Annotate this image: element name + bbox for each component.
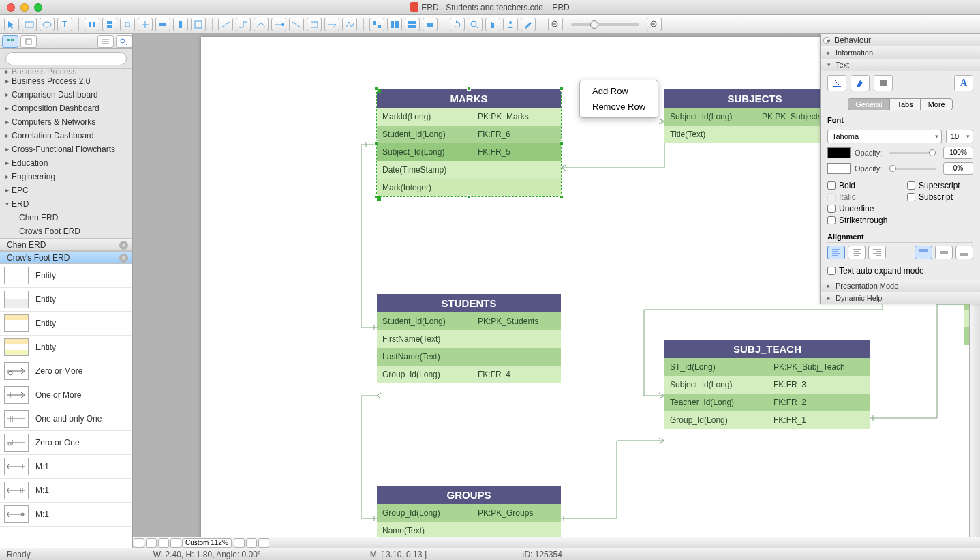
valign-bot-button[interactable]	[955, 246, 973, 259]
connector-tool-3[interactable]	[307, 18, 322, 31]
align-left-button[interactable]	[827, 246, 845, 259]
rect-tool[interactable]	[22, 18, 37, 31]
menu-remove-row[interactable]: Remove Row	[580, 99, 658, 115]
table-row[interactable]: LastName(Text)	[377, 348, 561, 366]
person-tool[interactable]	[503, 18, 518, 31]
table-row[interactable]: Group_Id(Long)FK:FR_4	[377, 366, 561, 383]
section-chen-erd[interactable]: Chen ERD×	[0, 238, 132, 251]
scroll-last-button[interactable]	[170, 538, 181, 548]
scroll-first-button[interactable]	[134, 538, 144, 548]
opacity-value-1[interactable]: 100%	[943, 147, 973, 159]
connector-tool-2[interactable]	[289, 18, 304, 31]
stencil-item[interactable]: Entity	[0, 336, 132, 359]
table-row[interactable]: FirstName(Text)	[377, 330, 561, 348]
table-subjects[interactable]: SUBJECTS Subject_Id(Long)PK:PK_Subjects …	[664, 89, 845, 143]
zoom-out-button[interactable]	[548, 18, 563, 31]
stencil-item[interactable]: Entity	[0, 312, 132, 336]
arrange-tool-2[interactable]	[387, 18, 402, 31]
table-marks[interactable]: MARKS MarkId(Long)PK:PK_Marks Student_Id…	[377, 89, 561, 196]
search-input[interactable]	[5, 52, 127, 65]
category-item[interactable]: Comparison Dashboard	[0, 88, 132, 102]
superscript-checkbox[interactable]: Superscript	[907, 181, 973, 190]
font-color-tool[interactable]: A	[954, 75, 973, 91]
align-center-button[interactable]	[848, 246, 866, 259]
close-icon[interactable]: ×	[119, 254, 128, 263]
pointer-tool[interactable]	[4, 18, 19, 31]
align-tool-3[interactable]	[120, 18, 135, 31]
inspector-presentation-mode[interactable]: Presentation Mode	[821, 280, 980, 292]
section-crows-foot[interactable]: Crow's Foot ERD×	[0, 251, 132, 264]
zoom-label[interactable]: Custom 112%	[182, 538, 232, 548]
opacity-slider-1[interactable]	[889, 152, 936, 154]
tab-more[interactable]: More	[921, 98, 953, 110]
opacity-value-2[interactable]: 0%	[943, 162, 973, 175]
line-tool-1[interactable]	[218, 18, 233, 31]
stencil-item[interactable]: One and only One	[0, 407, 132, 431]
font-family-select[interactable]: Tahoma	[827, 130, 942, 143]
table-row[interactable]: Subject_Id(Long)PK:PK_Subjects	[664, 108, 845, 126]
category-item[interactable]: Correlation Dashboard	[0, 129, 132, 143]
valign-mid-button[interactable]	[935, 246, 953, 259]
strike-checkbox[interactable]: Strikethrough	[827, 216, 893, 225]
italic-checkbox[interactable]: Italic	[827, 192, 893, 202]
rotate-tool[interactable]	[450, 18, 465, 31]
table-row[interactable]: ST_Id(Long)PK:PK_Subj_Teach	[664, 358, 870, 376]
group-tool[interactable]	[191, 18, 206, 31]
grid-btn-2[interactable]	[246, 538, 257, 548]
stencil-item[interactable]: Zero or One	[0, 431, 132, 455]
inspector-section-behaviour[interactable]: Behaviour	[821, 34, 980, 46]
valign-top-button[interactable]	[915, 246, 932, 259]
align-tool-1[interactable]	[85, 18, 99, 31]
grid-btn-1[interactable]	[234, 538, 245, 548]
align-right-button[interactable]	[868, 246, 886, 259]
category-item[interactable]: Education	[0, 156, 132, 170]
text-tool[interactable]: T	[57, 18, 72, 31]
table-row[interactable]: Group_Id(Long)PK:PK_Groups	[377, 504, 561, 522]
font-size-select[interactable]: 10	[946, 130, 973, 143]
connector-tool-4[interactable]	[324, 18, 339, 31]
tab-general[interactable]: General	[848, 98, 889, 110]
stencil-item[interactable]: Entity	[0, 264, 132, 288]
table-row[interactable]: Teacher_Id(Long)FK:FR_2	[664, 394, 870, 411]
library-tab[interactable]	[2, 35, 18, 48]
table-row[interactable]: Subject_Id(Long)FK:FR_5	[377, 143, 561, 161]
stencil-item[interactable]: Entity	[0, 288, 132, 312]
category-child[interactable]: Chen ERD	[0, 211, 132, 224]
connector-tool-5[interactable]	[342, 18, 357, 31]
arrange-tool-4[interactable]	[423, 18, 438, 31]
align-tool-6[interactable]	[173, 18, 188, 31]
list-view-tab[interactable]	[97, 35, 114, 48]
table-students[interactable]: STUDENTS Student_Id(Long)PK:PK_Students …	[377, 294, 561, 383]
subscript-checkbox[interactable]: Subscript	[907, 192, 973, 202]
bg-color-swatch[interactable]	[827, 163, 851, 174]
arrange-tool-1[interactable]	[369, 18, 384, 31]
stencil-item[interactable]: Zero or More	[0, 359, 132, 383]
canvas-area[interactable]: MARKS MarkId(Long)PK:PK_Marks Student_Id…	[133, 34, 980, 548]
zoom-in-button[interactable]	[647, 18, 662, 31]
tab-tabs[interactable]: Tabs	[889, 98, 920, 110]
stencil-item[interactable]: One or More	[0, 383, 132, 407]
opacity-slider-2[interactable]	[889, 168, 936, 170]
table-row[interactable]: Date(TimeStamp)	[377, 161, 561, 179]
category-item[interactable]: EPC	[0, 183, 132, 197]
autoexpand-checkbox[interactable]: Text auto expand mode	[827, 266, 973, 276]
connector-tool-1[interactable]	[271, 18, 286, 31]
table-subj-teach[interactable]: SUBJ_TEACH ST_Id(Long)PK:PK_Subj_Teach S…	[664, 340, 870, 429]
text-color-swatch[interactable]	[827, 147, 851, 158]
brush-tool[interactable]	[521, 18, 536, 31]
scroll-next-button[interactable]	[158, 538, 169, 548]
stencil-item[interactable]: M:1	[0, 503, 132, 527]
table-row[interactable]: MarkId(Long)PK:PK_Marks	[377, 108, 561, 126]
pages-tab[interactable]	[20, 35, 37, 48]
scroll-prev-button[interactable]	[146, 538, 157, 548]
line-tool-2[interactable]	[236, 18, 251, 31]
table-groups[interactable]: GROUPS Group_Id(Long)PK:PK_Groups Name(T…	[377, 486, 561, 540]
highlight-tool[interactable]	[851, 75, 870, 91]
category-item[interactable]: Business Process 2,0	[0, 74, 132, 88]
ellipse-tool[interactable]	[40, 18, 55, 31]
table-row[interactable]: Student_Id(Long)PK:PK_Students	[377, 312, 561, 330]
bold-checkbox[interactable]: Bold	[827, 181, 893, 190]
category-item[interactable]: Computers & Networks	[0, 115, 132, 129]
table-row[interactable]: Title(Text)	[664, 126, 845, 143]
category-item-erd[interactable]: ERD	[0, 197, 132, 211]
